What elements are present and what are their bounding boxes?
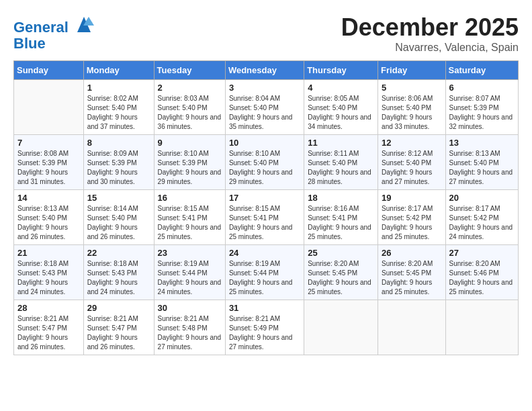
calendar-cell: 1Sunrise: 8:02 AMSunset: 5:40 PMDaylight…	[83, 80, 154, 135]
page-header: General Blue December 2025 Navarres, Val…	[13, 13, 519, 54]
day-number: 14	[17, 193, 80, 203]
day-number: 15	[87, 193, 150, 203]
calendar-cell: 26Sunrise: 8:20 AMSunset: 5:45 PMDayligh…	[378, 245, 445, 300]
day-number: 24	[229, 248, 300, 258]
calendar-cell: 5Sunrise: 8:06 AMSunset: 5:40 PMDaylight…	[378, 80, 445, 135]
title-block: December 2025 Navarres, Valencia, Spain	[341, 13, 519, 54]
calendar-cell: 2Sunrise: 8:03 AMSunset: 5:40 PMDaylight…	[154, 80, 225, 135]
calendar-week-1: 1Sunrise: 8:02 AMSunset: 5:40 PMDaylight…	[14, 80, 519, 135]
logo-icon	[74, 13, 94, 32]
calendar-week-4: 21Sunrise: 8:18 AMSunset: 5:43 PMDayligh…	[14, 245, 519, 300]
calendar-table: SundayMondayTuesdayWednesdayThursdayFrid…	[13, 60, 519, 355]
calendar-cell: 30Sunrise: 8:21 AMSunset: 5:48 PMDayligh…	[154, 300, 225, 355]
calendar-cell: 18Sunrise: 8:16 AMSunset: 5:41 PMDayligh…	[304, 190, 378, 245]
day-info: Sunrise: 8:20 AMSunset: 5:45 PMDaylight:…	[382, 259, 441, 297]
calendar-cell: 16Sunrise: 8:15 AMSunset: 5:41 PMDayligh…	[154, 190, 225, 245]
day-info: Sunrise: 8:15 AMSunset: 5:41 PMDaylight:…	[229, 204, 300, 242]
day-number: 6	[449, 83, 515, 93]
calendar-header: SundayMondayTuesdayWednesdayThursdayFrid…	[14, 61, 519, 80]
day-number: 28	[17, 303, 80, 313]
day-info: Sunrise: 8:16 AMSunset: 5:41 PMDaylight:…	[308, 204, 374, 242]
calendar-cell: 11Sunrise: 8:11 AMSunset: 5:40 PMDayligh…	[304, 135, 378, 190]
day-info: Sunrise: 8:18 AMSunset: 5:43 PMDaylight:…	[87, 259, 150, 297]
day-info: Sunrise: 8:05 AMSunset: 5:40 PMDaylight:…	[308, 94, 374, 132]
day-number: 31	[229, 303, 300, 313]
day-info: Sunrise: 8:21 AMSunset: 5:49 PMDaylight:…	[229, 314, 300, 352]
calendar-cell: 3Sunrise: 8:04 AMSunset: 5:40 PMDaylight…	[225, 80, 304, 135]
day-info: Sunrise: 8:04 AMSunset: 5:40 PMDaylight:…	[229, 94, 300, 132]
day-info: Sunrise: 8:21 AMSunset: 5:48 PMDaylight:…	[158, 314, 222, 352]
calendar-week-2: 7Sunrise: 8:08 AMSunset: 5:39 PMDaylight…	[14, 135, 519, 190]
calendar-cell: 31Sunrise: 8:21 AMSunset: 5:49 PMDayligh…	[225, 300, 304, 355]
logo: General Blue	[13, 13, 94, 52]
day-info: Sunrise: 8:12 AMSunset: 5:40 PMDaylight:…	[382, 149, 441, 187]
day-info: Sunrise: 8:10 AMSunset: 5:39 PMDaylight:…	[158, 149, 222, 187]
day-info: Sunrise: 8:06 AMSunset: 5:40 PMDaylight:…	[382, 94, 441, 132]
weekday-sunday: Sunday	[14, 61, 84, 80]
day-info: Sunrise: 8:02 AMSunset: 5:40 PMDaylight:…	[87, 94, 150, 132]
day-info: Sunrise: 8:03 AMSunset: 5:40 PMDaylight:…	[158, 94, 222, 132]
calendar-body: 1Sunrise: 8:02 AMSunset: 5:40 PMDaylight…	[14, 80, 519, 355]
day-number: 27	[449, 248, 515, 258]
day-info: Sunrise: 8:20 AMSunset: 5:45 PMDaylight:…	[308, 259, 374, 297]
calendar-week-3: 14Sunrise: 8:13 AMSunset: 5:40 PMDayligh…	[14, 190, 519, 245]
calendar-cell: 7Sunrise: 8:08 AMSunset: 5:39 PMDaylight…	[14, 135, 84, 190]
day-info: Sunrise: 8:15 AMSunset: 5:41 PMDaylight:…	[158, 204, 222, 242]
day-number: 22	[87, 248, 150, 258]
calendar-cell: 4Sunrise: 8:05 AMSunset: 5:40 PMDaylight…	[304, 80, 378, 135]
location-title: Navarres, Valencia, Spain	[341, 42, 519, 54]
weekday-monday: Monday	[83, 61, 154, 80]
day-number: 1	[87, 83, 150, 93]
calendar-cell: 24Sunrise: 8:19 AMSunset: 5:44 PMDayligh…	[225, 245, 304, 300]
day-info: Sunrise: 8:20 AMSunset: 5:46 PMDaylight:…	[449, 259, 515, 297]
day-number: 9	[158, 138, 222, 148]
day-number: 13	[449, 138, 515, 148]
logo-blue: Blue	[13, 36, 94, 52]
day-number: 19	[382, 193, 441, 203]
calendar-cell: 28Sunrise: 8:21 AMSunset: 5:47 PMDayligh…	[14, 300, 84, 355]
day-number: 11	[308, 138, 374, 148]
day-info: Sunrise: 8:07 AMSunset: 5:39 PMDaylight:…	[449, 94, 515, 132]
calendar-cell	[14, 80, 84, 135]
day-info: Sunrise: 8:19 AMSunset: 5:44 PMDaylight:…	[158, 259, 222, 297]
day-info: Sunrise: 8:21 AMSunset: 5:47 PMDaylight:…	[87, 314, 150, 352]
calendar-cell: 29Sunrise: 8:21 AMSunset: 5:47 PMDayligh…	[83, 300, 154, 355]
day-info: Sunrise: 8:08 AMSunset: 5:39 PMDaylight:…	[17, 149, 80, 187]
weekday-saturday: Saturday	[445, 61, 518, 80]
calendar-cell: 23Sunrise: 8:19 AMSunset: 5:44 PMDayligh…	[154, 245, 225, 300]
calendar-cell: 15Sunrise: 8:14 AMSunset: 5:40 PMDayligh…	[83, 190, 154, 245]
calendar-cell: 8Sunrise: 8:09 AMSunset: 5:39 PMDaylight…	[83, 135, 154, 190]
calendar-cell: 17Sunrise: 8:15 AMSunset: 5:41 PMDayligh…	[225, 190, 304, 245]
day-info: Sunrise: 8:10 AMSunset: 5:40 PMDaylight:…	[229, 149, 300, 187]
calendar-cell: 9Sunrise: 8:10 AMSunset: 5:39 PMDaylight…	[154, 135, 225, 190]
calendar-cell	[445, 300, 518, 355]
day-info: Sunrise: 8:14 AMSunset: 5:40 PMDaylight:…	[87, 204, 150, 242]
day-number: 4	[308, 83, 374, 93]
calendar-cell: 19Sunrise: 8:17 AMSunset: 5:42 PMDayligh…	[378, 190, 445, 245]
calendar-cell: 25Sunrise: 8:20 AMSunset: 5:45 PMDayligh…	[304, 245, 378, 300]
weekday-wednesday: Wednesday	[225, 61, 304, 80]
day-info: Sunrise: 8:09 AMSunset: 5:39 PMDaylight:…	[87, 149, 150, 187]
day-info: Sunrise: 8:11 AMSunset: 5:40 PMDaylight:…	[308, 149, 374, 187]
calendar-cell: 21Sunrise: 8:18 AMSunset: 5:43 PMDayligh…	[14, 245, 84, 300]
day-number: 17	[229, 193, 300, 203]
day-number: 25	[308, 248, 374, 258]
logo-general: General	[13, 19, 69, 36]
weekday-thursday: Thursday	[304, 61, 378, 80]
day-number: 20	[449, 193, 515, 203]
day-number: 26	[382, 248, 441, 258]
calendar-cell	[378, 300, 445, 355]
calendar-cell: 10Sunrise: 8:10 AMSunset: 5:40 PMDayligh…	[225, 135, 304, 190]
day-number: 5	[382, 83, 441, 93]
day-info: Sunrise: 8:19 AMSunset: 5:44 PMDaylight:…	[229, 259, 300, 297]
day-info: Sunrise: 8:17 AMSunset: 5:42 PMDaylight:…	[382, 204, 441, 242]
weekday-friday: Friday	[378, 61, 445, 80]
day-info: Sunrise: 8:13 AMSunset: 5:40 PMDaylight:…	[449, 149, 515, 187]
calendar-cell: 27Sunrise: 8:20 AMSunset: 5:46 PMDayligh…	[445, 245, 518, 300]
day-number: 7	[17, 138, 80, 148]
calendar-cell: 22Sunrise: 8:18 AMSunset: 5:43 PMDayligh…	[83, 245, 154, 300]
month-title: December 2025	[341, 13, 519, 42]
day-number: 8	[87, 138, 150, 148]
calendar-cell: 20Sunrise: 8:17 AMSunset: 5:42 PMDayligh…	[445, 190, 518, 245]
logo-text: General	[13, 13, 94, 36]
